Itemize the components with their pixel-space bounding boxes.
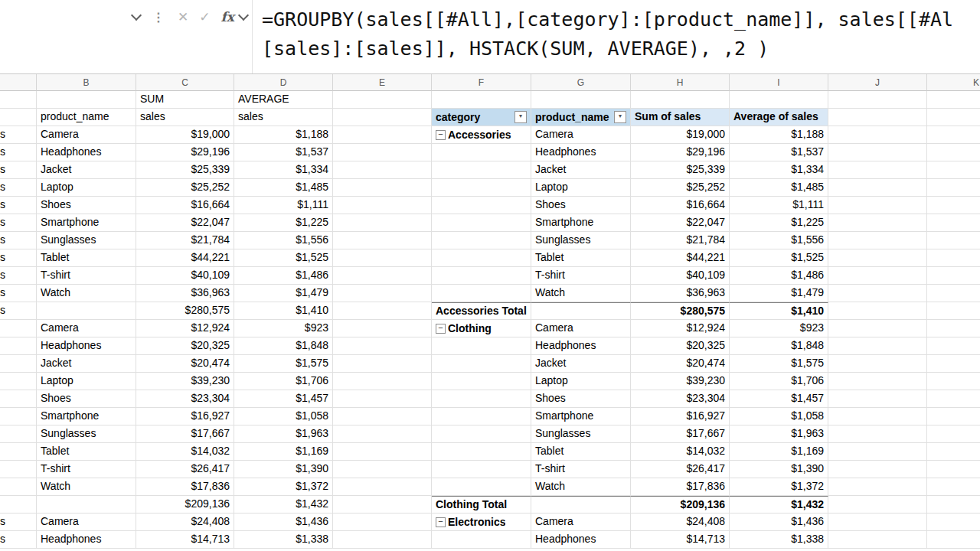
cell-i[interactable]: $1,372 [730,478,828,496]
cell-e[interactable] [333,285,432,302]
cell-d[interactable]: $1,486 [234,267,333,285]
cell-e[interactable] [333,373,432,390]
cell-k[interactable] [927,408,980,425]
cell-j[interactable] [828,285,927,302]
cell-d[interactable]: $1,575 [234,355,333,373]
cell-d[interactable]: $1,525 [234,249,333,267]
cell-c[interactable]: SUM [136,91,234,109]
cell-b[interactable]: Jacket [37,355,136,373]
cell-b[interactable]: Sunglasses [37,232,136,249]
cell-c[interactable]: $40,109 [136,267,234,285]
cell-j[interactable] [828,373,927,390]
cell-c[interactable]: $25,252 [136,179,234,197]
cell-k[interactable] [927,390,980,408]
cell-k[interactable] [927,302,980,320]
cell-b[interactable]: Smartphone [37,214,136,232]
cell-b[interactable]: T-shirt [37,267,136,285]
cell-j[interactable] [828,408,927,425]
cell-a[interactable]: s [0,161,37,179]
cell-f[interactable] [432,355,531,373]
cell-c[interactable]: $44,221 [136,249,234,267]
cell-b[interactable]: Shoes [37,390,136,408]
cell-g[interactable]: Headphones [531,144,631,161]
cell-e[interactable] [333,355,432,373]
cell-c[interactable]: $29,196 [136,144,234,161]
cell-k[interactable] [927,179,980,197]
cell-f[interactable] [432,232,531,249]
cell-c[interactable]: $26,417 [136,461,234,478]
cell-i[interactable]: $1,525 [730,249,828,267]
cell-h[interactable]: Sum of sales [631,109,730,126]
cell-a[interactable] [0,373,37,390]
cell-d[interactable]: $1,372 [234,478,333,496]
cell-i[interactable]: $1,058 [730,408,828,425]
cell-a[interactable]: s [0,232,37,249]
column-header-B[interactable]: B [37,74,136,91]
cell-h[interactable]: $209,136 [631,496,730,514]
cell-c[interactable]: $20,325 [136,337,234,355]
cell-g[interactable] [531,91,631,109]
cell-g[interactable]: Headphones [531,337,631,355]
cell-e[interactable] [333,109,432,126]
column-header-I[interactable]: I [730,74,828,91]
cell-c[interactable]: $21,784 [136,232,234,249]
cancel-icon[interactable]: ✕ [178,9,188,25]
cell-j[interactable] [828,91,927,109]
cell-k[interactable] [927,126,980,144]
cell-c[interactable]: $14,713 [136,531,234,549]
cell-e[interactable] [333,267,432,285]
cell-a[interactable]: s [0,531,37,549]
cell-b[interactable]: Camera [37,514,136,531]
cell-a[interactable]: s [0,514,37,531]
cell-f[interactable] [432,285,531,302]
cell-g[interactable] [531,496,631,514]
cell-i[interactable]: $1,410 [730,302,828,320]
cell-h[interactable]: $17,836 [631,478,730,496]
cell-j[interactable] [828,390,927,408]
cell-f[interactable] [432,144,531,161]
collapse-group-icon[interactable]: − [436,130,446,140]
cell-f[interactable]: category▾ [432,109,531,126]
filter-dropdown-icon[interactable]: ▾ [614,111,626,123]
cell-e[interactable] [333,514,432,531]
cell-k[interactable] [927,443,980,461]
cell-e[interactable] [333,249,432,267]
cell-i[interactable]: $1,432 [730,496,828,514]
cell-d[interactable]: sales [234,109,333,126]
cell-b[interactable]: T-shirt [37,461,136,478]
cell-b[interactable]: Sunglasses [37,425,136,443]
cell-f[interactable] [432,197,531,214]
cell-a[interactable] [0,443,37,461]
cell-a[interactable] [0,461,37,478]
cell-f[interactable]: −Electronics [432,514,531,531]
cell-g[interactable]: Smartphone [531,214,631,232]
filter-dropdown-icon[interactable]: ▾ [514,111,527,123]
name-box[interactable] [5,4,132,30]
cell-a[interactable]: s [0,285,37,302]
cell-b[interactable]: Laptop [37,179,136,197]
cell-k[interactable] [927,531,980,549]
cell-a[interactable] [0,91,37,109]
cell-g[interactable] [531,302,631,320]
cell-b[interactable]: Laptop [37,373,136,390]
cell-g[interactable]: Camera [531,514,631,531]
cell-h[interactable]: $25,339 [631,161,730,179]
formula-input[interactable]: =GROUPBY(sales[[#All],[category]:[produc… [253,0,980,73]
cell-b[interactable]: Watch [37,285,136,302]
cell-h[interactable]: $14,713 [631,531,730,549]
column-header-G[interactable]: G [531,74,631,91]
cell-b[interactable]: Headphones [37,531,136,549]
cell-d[interactable]: $923 [234,320,333,337]
cell-a[interactable] [0,390,37,408]
cell-i[interactable]: $1,485 [730,179,828,197]
cell-e[interactable] [333,302,432,320]
cell-i[interactable]: $1,848 [730,337,828,355]
cell-d[interactable]: $1,848 [234,337,333,355]
cell-b[interactable]: product_name [37,109,136,126]
cell-b[interactable]: Smartphone [37,408,136,425]
cell-a[interactable]: s [0,126,37,144]
cell-f[interactable] [432,390,531,408]
cell-k[interactable] [927,425,980,443]
cell-c[interactable]: $19,000 [136,126,234,144]
cell-f[interactable]: −Accessories [432,126,531,144]
